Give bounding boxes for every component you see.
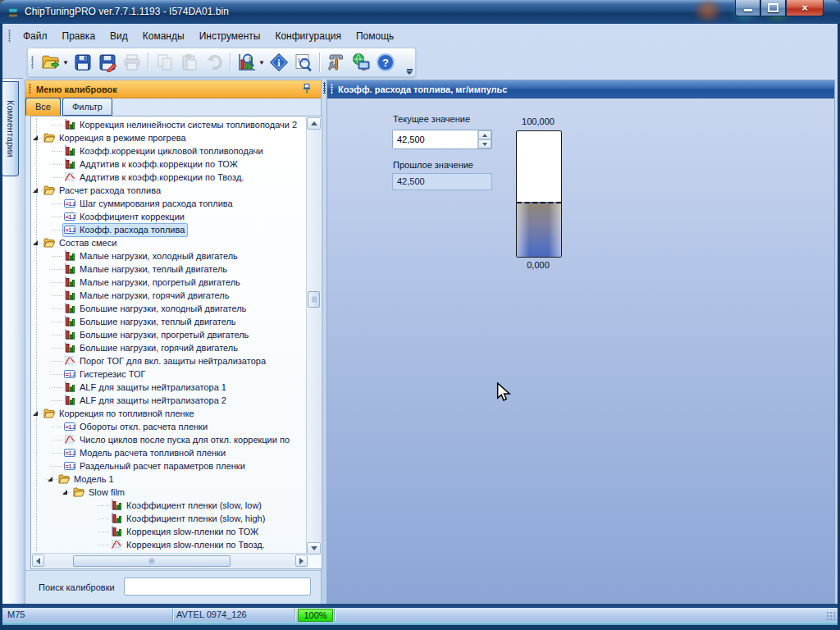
tree-item[interactable]: Коэффициент пленки (slow, high) (33, 512, 307, 525)
tree-item[interactable]: =1.2Шаг суммирования расхода топлива (33, 197, 307, 210)
toolbar-overflow-icon[interactable] (406, 69, 413, 75)
tree-item-label: Модель расчета топливной пленки (80, 448, 226, 458)
tree-item[interactable]: Большие нагрузки, холодный двигатель (33, 302, 307, 315)
save-button[interactable] (71, 51, 94, 74)
view-chart-button[interactable] (235, 51, 258, 74)
menubar-grip[interactable] (8, 30, 11, 43)
tree-item[interactable]: Коррекция нелинейности системы топливопо… (33, 118, 307, 131)
scroll-left-button[interactable] (32, 555, 44, 567)
tab-filter[interactable]: Фильтр (62, 98, 112, 116)
tree-item[interactable]: ALF для защиты нейтрализатора 1 (33, 381, 307, 394)
menu-item-1[interactable]: Правка (55, 29, 103, 43)
minimize-button[interactable] (735, 0, 760, 16)
tab-comments[interactable]: Комментарии (2, 81, 19, 176)
value-gauge (516, 130, 562, 258)
tree-item[interactable]: Аддтитив к коэфф.коррекции по ТОЖ (33, 158, 307, 171)
tree-item[interactable]: Число циклов после пуска для откл. корре… (33, 433, 307, 446)
tree-item[interactable]: =1.2Раздельный расчет параметров пленки (33, 459, 307, 472)
tree-item[interactable]: =1.2Гистерезис ТОГ (33, 368, 307, 381)
menu-item-5[interactable]: Конфигурация (267, 29, 349, 43)
tree-folder[interactable]: Состав смеси (33, 236, 307, 249)
panel-splitter[interactable] (323, 82, 326, 94)
previous-value-label: Прошлое значение (393, 160, 473, 170)
tree-item[interactable]: =1.2Коэфф. расхода топлива (33, 223, 307, 236)
tree-item[interactable]: =1.2Модель расчета топливной пленки (33, 446, 307, 459)
calibration-search-input[interactable] (124, 578, 311, 596)
expander-icon[interactable] (33, 188, 38, 193)
horizontal-scroll-thumb[interactable] (73, 555, 231, 567)
scroll-down-button[interactable] (307, 542, 321, 555)
tree-folder[interactable]: Slow film (33, 486, 307, 499)
tree-item[interactable]: Большие нагрузки, горячий двигатель (33, 341, 307, 354)
tab-all[interactable]: Все (25, 98, 61, 116)
tree-item[interactable]: =1.2Коэффициент коррекции (33, 210, 307, 223)
right-panel-header[interactable]: Коэфф. расхода топлива, мг/импульс (327, 80, 834, 98)
vertical-scrollbar[interactable] (306, 117, 321, 555)
app-window: ChipTuningPRO ver.7.7.1.1193 - I574DA01.… (0, 0, 840, 630)
expander-icon[interactable] (62, 490, 67, 495)
bar-chart-icon (64, 158, 75, 170)
hex-view-button[interactable]: 110 (292, 51, 315, 74)
properties-button[interactable]: i (267, 51, 290, 74)
tree-item[interactable]: Малые нагрузки, прогретый двигатель (33, 276, 307, 289)
menu-item-6[interactable]: Помощь (349, 29, 401, 43)
tree-item-label: Коэффициент пленки (slow, low) (126, 500, 262, 510)
tools-button[interactable] (325, 51, 348, 74)
maximize-icon (768, 3, 778, 12)
horizontal-scrollbar[interactable] (32, 553, 308, 568)
save-as-button[interactable] (96, 51, 119, 74)
close-icon: × (801, 2, 808, 13)
spin-down-button[interactable] (478, 139, 491, 148)
view-chart-dropdown-icon[interactable]: ▼ (258, 59, 265, 66)
help-button[interactable]: ? (374, 51, 397, 74)
vertical-scroll-thumb[interactable] (308, 291, 320, 308)
menu-item-2[interactable]: Вид (103, 29, 135, 43)
scroll-up-button[interactable] (307, 117, 321, 130)
tree-folder[interactable]: Расчет расхода топлива (33, 184, 307, 197)
open-dropdown-icon[interactable]: ▼ (62, 59, 69, 66)
tree-item[interactable]: Малые нагрузки, горячий двигатель (33, 289, 307, 302)
tree-item[interactable]: =1.2Обороты откл. расчета пленки (33, 420, 307, 433)
status-divider (294, 609, 296, 621)
tree-folder[interactable]: Модель 1 (33, 472, 307, 486)
online-button[interactable] (349, 51, 372, 74)
status-divider (172, 609, 174, 621)
tree-item[interactable]: Малые нагрузки, холодный двигатель (33, 249, 307, 262)
expander-icon[interactable] (48, 477, 52, 482)
tree-item[interactable]: Порог ТОГ для вкл. защиты нейтрализатора (33, 354, 307, 368)
tree-item[interactable]: Коррекция slow-пленки по Твозд. (33, 538, 307, 551)
current-value-input[interactable] (393, 130, 477, 148)
resize-grip[interactable] (825, 610, 835, 620)
tree-item[interactable]: Коэфф.коррекции цикловой топливоподачи (33, 144, 307, 158)
close-button[interactable]: × (786, 0, 824, 16)
parameter-title: Коэфф. расхода топлива, мг/импульс (338, 84, 507, 94)
titlebar[interactable]: ChipTuningPRO ver.7.7.1.1193 - I574DA01.… (0, 0, 840, 25)
spin-up-button[interactable] (478, 130, 491, 139)
expander-icon[interactable] (33, 135, 38, 140)
tree-folder[interactable]: Коррекция по топливной пленке (33, 407, 307, 420)
tree-item[interactable]: Большие нагрузки, прогретый двигатель (33, 328, 307, 341)
expander-icon[interactable] (33, 240, 38, 245)
maximize-button[interactable] (760, 0, 786, 16)
open-button[interactable] (39, 51, 62, 74)
tree-folder[interactable]: Коррекция в режиме прогрева (33, 131, 307, 144)
chip-app-icon (7, 5, 20, 18)
scroll-right-button[interactable] (295, 555, 308, 567)
left-panel-header[interactable]: Меню калибровок (25, 80, 321, 98)
window-bottom-edge (2, 622, 838, 625)
comments-tab-label: Комментарии (6, 100, 16, 157)
expander-icon[interactable] (33, 411, 38, 416)
toolbar-grip[interactable] (31, 56, 34, 69)
bar-chart-icon (64, 395, 75, 406)
menu-item-3[interactable]: Команды (135, 29, 192, 43)
tree-item[interactable]: Коррекция slow-пленки по ТОЖ (33, 525, 307, 538)
tree-item[interactable]: Коэффициент пленки (slow, low) (33, 499, 307, 512)
tree-item[interactable]: Малые нагрузки, теплый двигатель (33, 262, 307, 276)
pin-icon[interactable] (301, 83, 313, 94)
tree-item[interactable]: Большие нагрузки, теплый двигатель (33, 315, 307, 328)
menu-item-0[interactable]: Файл (16, 29, 55, 43)
menu-item-4[interactable]: Инструменты (192, 29, 268, 43)
hex-magnifier-icon: 110 (294, 52, 313, 72)
tree-item[interactable]: ALF для защиты нейтрализатора 2 (33, 394, 307, 407)
tree-item[interactable]: Аддтитив к коэфф.коррекции по Твозд. (33, 171, 307, 184)
